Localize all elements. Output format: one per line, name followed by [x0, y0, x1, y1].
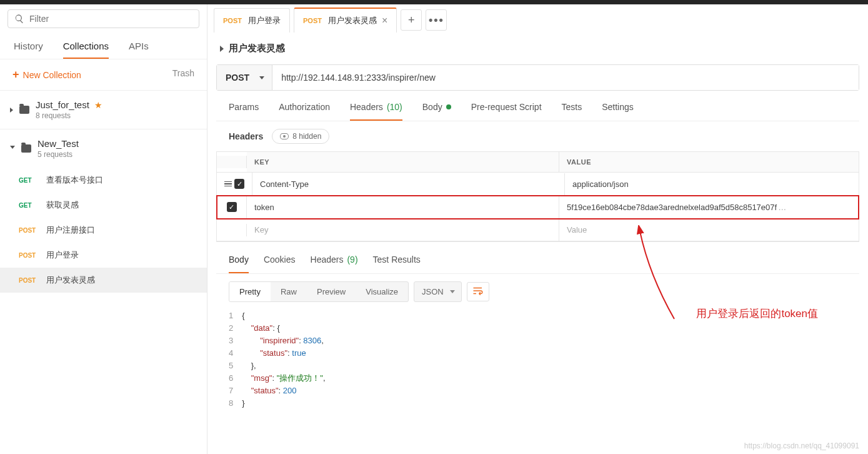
filter-input-wrap[interactable]	[7, 9, 199, 28]
json-content[interactable]: { "data": { "inspirerid": 8306, "status"…	[242, 310, 325, 410]
view-pretty[interactable]: Pretty	[229, 282, 271, 301]
headers-label: Headers	[229, 131, 263, 141]
request-item[interactable]: POST用户注册接口	[0, 218, 207, 243]
request-name: 查看版本号接口	[46, 174, 103, 186]
folder-icon	[19, 106, 29, 114]
method-badge: GET	[19, 177, 39, 184]
header-key-placeholder[interactable]: Key	[247, 219, 559, 241]
nav-history[interactable]: History	[14, 41, 43, 59]
url-input[interactable]: http://192.144.148.91:2333/inspirer/new	[272, 65, 859, 90]
caret-right-icon	[220, 46, 224, 52]
filter-input[interactable]	[29, 14, 192, 24]
request-name: 用户登录	[46, 250, 79, 261]
resp-tests[interactable]: Test Results	[373, 255, 421, 273]
table-row-new[interactable]: Key Value	[217, 219, 859, 241]
resp-headers-count: (9)	[347, 255, 357, 265]
close-icon[interactable]: ×	[382, 15, 387, 26]
sidebar-nav: History Collections APIs	[0, 34, 207, 59]
new-collection-button[interactable]: + New Collection	[12, 68, 81, 81]
tab-options-button[interactable]: •••	[426, 9, 447, 31]
table-row[interactable]: ✓ Content-Type application/json	[217, 173, 859, 196]
view-preview[interactable]: Preview	[307, 282, 356, 301]
col-key: KEY	[247, 152, 559, 172]
response-tabs: Body Cookies Headers(9) Test Results	[216, 246, 859, 274]
method-badge: POST	[303, 17, 323, 24]
method-badge: GET	[19, 202, 39, 209]
new-collection-label: New Collection	[23, 70, 81, 80]
nav-collections[interactable]: Collections	[63, 41, 109, 59]
view-raw[interactable]: Raw	[271, 282, 307, 301]
collection-name: New_Test	[37, 138, 79, 149]
resp-cookies[interactable]: Cookies	[264, 255, 296, 273]
collection-name: Just_for_test	[36, 99, 89, 110]
view-visualize[interactable]: Visualize	[356, 282, 408, 301]
method-badge: POST	[223, 17, 243, 24]
collection-sub: 5 requests	[37, 150, 79, 159]
trash-link[interactable]: Trash	[172, 68, 194, 81]
collection-header[interactable]: Just_for_test ★ 8 requests	[0, 91, 207, 129]
view-bar: Pretty Raw Preview Visualize JSON	[216, 274, 859, 310]
tab-prerequest[interactable]: Pre-request Script	[471, 102, 542, 121]
request-name: 用户注册接口	[46, 224, 95, 236]
resp-body[interactable]: Body	[229, 255, 249, 273]
tab-tests[interactable]: Tests	[562, 102, 582, 121]
caret-right-icon	[10, 108, 13, 113]
collection-new-test: New_Test 5 requests GET查看版本号接口 GET获取灵感 P…	[0, 129, 207, 293]
tab-user-login[interactable]: POST 用户登录	[214, 8, 290, 33]
tab-settings[interactable]: Settings	[602, 102, 634, 121]
headers-table: KEY VALUE ✓ Content-Type application/jso…	[216, 151, 859, 242]
collection-header[interactable]: New_Test 5 requests	[0, 129, 207, 168]
tab-publish-inspiration[interactable]: POST 用户发表灵感 ×	[294, 8, 397, 33]
header-key[interactable]: Content-Type	[252, 173, 565, 195]
request-title-row[interactable]: 用户发表灵感	[207, 33, 868, 64]
view-mode-group: Pretty Raw Preview Visualize	[229, 281, 409, 302]
new-tab-button[interactable]: +	[401, 9, 422, 31]
header-key[interactable]: token	[247, 196, 559, 218]
table-row-token[interactable]: ✓ token 5f19ce16eb084cbe78dae3arednelxel…	[217, 196, 859, 219]
main-panel: POST 用户登录 POST 用户发表灵感 × + ••• 用户发表灵感 POS…	[207, 0, 868, 454]
request-item[interactable]: GET查看版本号接口	[0, 168, 207, 193]
star-icon: ★	[94, 100, 102, 110]
watermark: https://blog.csdn.net/qq_41099091	[744, 441, 859, 450]
request-item[interactable]: POST用户发表灵感	[0, 268, 207, 293]
method-select[interactable]: POST	[217, 65, 272, 90]
tab-title: 用户发表灵感	[328, 15, 377, 26]
header-value-placeholder[interactable]: Value	[559, 219, 859, 241]
checkbox[interactable]: ✓	[227, 202, 237, 212]
header-value[interactable]: application/json	[565, 173, 859, 195]
format-select[interactable]: JSON	[414, 281, 462, 302]
sidebar: History Collections APIs + New Collectio…	[0, 0, 207, 454]
nav-apis[interactable]: APIs	[129, 41, 149, 59]
tab-label: Body	[422, 102, 442, 112]
tab-title: 用户登录	[248, 15, 281, 26]
request-item[interactable]: POST用户登录	[0, 243, 207, 268]
response-body: 12345678 { "data": { "inspirerid": 8306,…	[207, 310, 868, 422]
method-badge: POST	[19, 252, 39, 259]
tab-params[interactable]: Params	[229, 102, 259, 121]
header-value[interactable]: 5f19ce16eb084cbe78dae3arednelxelad9af5d5…	[559, 196, 859, 218]
hidden-toggle[interactable]: 8 hidden	[272, 129, 329, 144]
search-icon	[14, 14, 24, 24]
tab-headers[interactable]: Headers(10)	[350, 102, 402, 121]
wrap-icon	[472, 286, 484, 295]
app-root: History Collections APIs + New Collectio…	[0, 0, 868, 454]
request-name: 用户发表灵感	[46, 275, 95, 286]
url-bar: POST http://192.144.148.91:2333/inspirer…	[216, 64, 859, 91]
resp-headers-label: Headers	[311, 255, 344, 265]
hidden-count: 8 hidden	[292, 132, 321, 141]
tab-body[interactable]: Body	[422, 102, 451, 121]
tab-label: Headers	[350, 102, 383, 112]
plus-icon: +	[12, 68, 19, 81]
request-item[interactable]: GET获取灵感	[0, 193, 207, 218]
wrap-button[interactable]	[467, 282, 489, 301]
tab-count: (10)	[387, 102, 402, 112]
eye-icon	[280, 133, 289, 139]
drag-handle-icon[interactable]	[224, 181, 232, 187]
dots-icon: •••	[429, 14, 444, 27]
checkbox[interactable]: ✓	[234, 179, 244, 189]
collection-sub: 8 requests	[36, 111, 102, 120]
tab-authorization[interactable]: Authorization	[279, 102, 330, 121]
resp-headers[interactable]: Headers(9)	[311, 255, 358, 273]
col-value: VALUE	[559, 152, 859, 172]
request-name: 获取灵感	[46, 199, 79, 211]
